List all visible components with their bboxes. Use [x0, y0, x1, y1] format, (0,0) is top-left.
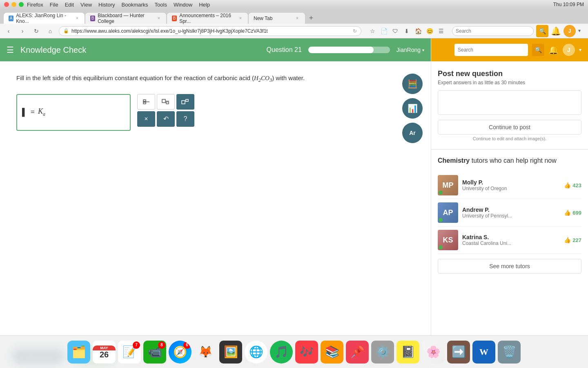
dock-music[interactable]: 🎶	[295, 341, 318, 364]
question-text-pre: Fill in the left side of this equilibriu…	[16, 74, 250, 81]
tutor-item-molly[interactable]: MP Molly P. University of Oregon 👍 423	[438, 172, 581, 199]
tab-blackboard[interactable]: B Blackboard — Hunter College ×	[85, 12, 167, 24]
menu-icon[interactable]: ☰	[437, 27, 445, 36]
url-text: https://www.awu.aleks.com/alekscgi/x/lsl…	[71, 28, 350, 34]
shield-icon[interactable]: 🛡	[391, 27, 400, 36]
hamburger-menu-icon[interactable]: ☰	[7, 45, 14, 55]
menu-edit[interactable]: Edit	[65, 2, 74, 8]
dock-reminders[interactable]: 📝 7	[118, 341, 141, 364]
dock-safari[interactable]: 🧭 6	[169, 341, 192, 364]
dock-facetime[interactable]: 📹 8	[143, 341, 166, 364]
dock-spotify[interactable]: 🎵	[270, 341, 293, 364]
subscript-button[interactable]	[157, 94, 175, 110]
dock-pocket[interactable]: 📌	[346, 341, 369, 364]
rating-value-andrew: 699	[572, 210, 581, 216]
tutor-user-dropdown-icon[interactable]: ▾	[579, 47, 581, 53]
menu-window[interactable]: Window	[174, 2, 192, 8]
question-info: Question 21 JianRong ▾	[267, 46, 424, 54]
aleks-panel: ☰ Knowledge Check Question 21 JianRong ▾…	[0, 38, 431, 368]
menu-bookmarks[interactable]: Bookmarks	[122, 2, 148, 8]
tab-newtab[interactable]: New Tab ×	[248, 12, 305, 24]
secondary-search-box[interactable]	[452, 26, 534, 36]
emoji-icon[interactable]: 😊	[425, 27, 434, 36]
secondary-search-button[interactable]: 🔍	[536, 25, 548, 37]
tutor-school-katrina: Coastal Carolina Uni...	[462, 240, 560, 246]
home-button[interactable]: ⌂	[45, 26, 56, 36]
tab-close-bb[interactable]: ×	[156, 16, 161, 21]
tab-announcements[interactable]: B Announcements – 2016 Spr... ×	[167, 12, 248, 24]
reload-button[interactable]: ↻	[31, 26, 42, 36]
menu-firefox[interactable]: Firefox	[27, 2, 43, 8]
tutor-search-input[interactable]	[458, 47, 525, 53]
undo-button[interactable]: ↶	[157, 111, 175, 127]
help-button[interactable]: ?	[176, 111, 194, 127]
tutors-heading: Chemistry tutors who can help right now	[438, 156, 581, 165]
back-button[interactable]: ‹	[3, 26, 14, 36]
chart-button[interactable]: 📊	[402, 98, 423, 119]
dock-books[interactable]: 📚	[321, 341, 343, 364]
user-avatar-header[interactable]: J	[564, 25, 576, 37]
svg-rect-6	[182, 101, 185, 104]
menu-history[interactable]: History	[98, 2, 115, 8]
main-layout: ☰ Knowledge Check Question 21 JianRong ▾…	[0, 38, 588, 368]
mac-menu[interactable]: Firefox File Edit View History Bookmarks…	[27, 2, 210, 8]
dock-photos-collage[interactable]: 🖼️	[219, 341, 242, 364]
secondary-search-input[interactable]	[456, 28, 530, 34]
calculator-button[interactable]: 🧮	[402, 74, 423, 94]
tab-close-ann[interactable]: ×	[238, 16, 243, 21]
question-number: Question 21	[267, 46, 302, 54]
tutor-user-avatar[interactable]: J	[563, 44, 575, 56]
tutor-item-katrina[interactable]: KS Katrina S. Coastal Carolina Uni... 👍 …	[438, 227, 581, 254]
fraction-button[interactable]	[137, 94, 155, 110]
tutor-search-box[interactable]	[454, 44, 528, 56]
tab-close-aleks[interactable]: ×	[75, 16, 80, 21]
dock-notes[interactable]: 📓	[396, 341, 419, 364]
dock-firefox[interactable]: 🦊	[194, 341, 217, 364]
close-button[interactable]	[4, 2, 9, 7]
dock-calendar[interactable]: MAY 26	[93, 341, 116, 364]
answer-input-box[interactable]: ▌ = Ka	[16, 94, 131, 131]
new-tab-button[interactable]: +	[305, 12, 317, 24]
reading-view-icon[interactable]: 📄	[379, 27, 388, 36]
traffic-lights[interactable]	[4, 2, 24, 7]
menu-view[interactable]: View	[80, 2, 92, 8]
delete-button[interactable]: ×	[137, 111, 155, 127]
dock-migration[interactable]: ➡️	[447, 341, 470, 364]
minimize-button[interactable]	[11, 2, 16, 7]
dock-system-prefs[interactable]: ⚙️	[371, 341, 394, 364]
tutor-item-andrew[interactable]: AP Andrew P. University of Pennsyl... 👍 …	[438, 199, 581, 227]
post-question-textarea[interactable]	[438, 90, 581, 115]
menu-file[interactable]: File	[50, 2, 58, 8]
maximize-button[interactable]	[19, 2, 24, 7]
tutor-header-bar: 🔍 🔔 J ▾	[431, 38, 588, 61]
tutors-heading-chemistry: Chemistry	[438, 157, 470, 164]
user-menu-dropdown[interactable]: ▾	[578, 28, 585, 34]
calendar-day: 26	[100, 350, 109, 359]
superscript-button[interactable]	[176, 94, 194, 110]
menu-tools[interactable]: Tools	[155, 2, 167, 8]
dock-trash[interactable]: 🗑️	[498, 341, 521, 364]
dock-chrome[interactable]: 🌐	[245, 341, 267, 364]
thumbs-up-icon-katrina: 👍	[564, 237, 571, 243]
tab-close-newtab[interactable]: ×	[294, 16, 300, 21]
tab-label-ann: Announcements – 2016 Spr...	[179, 13, 236, 24]
svg-rect-3	[162, 99, 165, 103]
download-icon[interactable]: ⬇	[402, 27, 411, 36]
bell-notification-icon[interactable]: 🔔	[551, 26, 561, 36]
home-nav-icon[interactable]: 🏠	[414, 27, 423, 36]
user-menu[interactable]: JianRong ▾	[396, 47, 424, 53]
forward-button[interactable]: ›	[17, 26, 28, 36]
facetime-badge: 8	[158, 341, 165, 349]
bookmark-star-icon[interactable]: ☆	[368, 27, 377, 36]
url-bar[interactable]: 🔒 https://www.awu.aleks.com/alekscgi/x/l…	[59, 26, 361, 36]
see-more-tutors-button[interactable]: See more tutors	[438, 259, 581, 274]
tutor-bell-icon[interactable]: 🔔	[548, 45, 559, 55]
dock-word[interactable]: W	[472, 341, 495, 364]
tab-aleks[interactable]: A ALEKS: JianRong Lin - Kno... ×	[3, 12, 85, 24]
dock-finder[interactable]: 🗂️	[67, 341, 90, 364]
tutor-search-button[interactable]: 🔍	[532, 44, 544, 56]
periodic-table-button[interactable]: Ar	[402, 123, 423, 143]
dock-photos-app[interactable]: 🌸	[422, 341, 445, 364]
continue-post-button[interactable]: Continue to post	[438, 120, 581, 135]
menu-help[interactable]: Help	[199, 2, 210, 8]
